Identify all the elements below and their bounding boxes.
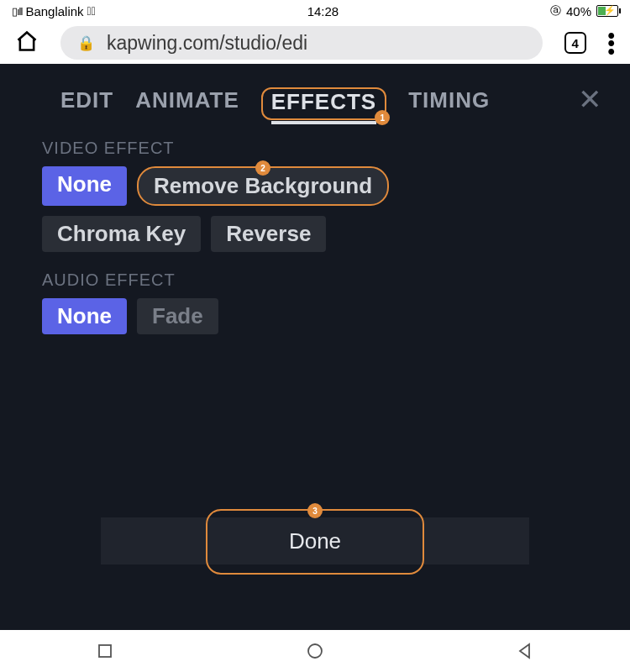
tab-effects[interactable]: EFFECTS: [271, 89, 376, 124]
url-text: kapwing.com/studio/edi: [107, 32, 307, 55]
video-effect-none[interactable]: None: [42, 166, 127, 206]
annotation-done: 3: [206, 509, 424, 575]
video-effect-remove-bg[interactable]: Remove Background 2: [137, 166, 389, 206]
tabs-button[interactable]: 4: [564, 32, 586, 54]
recents-icon[interactable]: [95, 641, 115, 661]
badge-2: 2: [255, 160, 270, 176]
audio-effect-label: AUDIO EFFECT: [0, 252, 630, 298]
audio-effect-fade[interactable]: Fade: [137, 298, 218, 334]
signal-icon: ▯ıll: [12, 5, 22, 18]
tab-count: 4: [571, 36, 578, 50]
close-icon[interactable]: ✕: [578, 82, 601, 116]
back-icon[interactable]: [515, 641, 535, 661]
tab-timing[interactable]: TIMING: [408, 87, 490, 120]
status-left: ▯ıll Banglalink ◉᷾: [12, 4, 96, 18]
video-effect-reverse[interactable]: Reverse: [211, 216, 326, 252]
video-effect-row: None Remove Background 2: [0, 166, 630, 206]
battery-icon: ⚡: [596, 5, 618, 17]
menu-icon[interactable]: •••: [608, 31, 615, 55]
annotation-effects: EFFECTS 1: [261, 87, 386, 120]
tab-animate[interactable]: ANIMATE: [135, 87, 239, 120]
home-nav-icon[interactable]: [305, 641, 325, 661]
video-effect-row-2: Chroma Key Reverse: [0, 216, 630, 252]
status-time: 14:28: [307, 4, 339, 18]
badge-3: 3: [307, 503, 323, 518]
app-content: EDIT ANIMATE EFFECTS 1 TIMING ✕ VIDEO EF…: [0, 64, 630, 630]
home-icon[interactable]: [15, 29, 39, 56]
notification-icon: ⓐ: [550, 3, 561, 18]
wifi-icon: ◉᷾: [87, 4, 96, 18]
status-right: ⓐ 40% ⚡: [550, 3, 618, 18]
status-bar: ▯ıll Banglalink ◉᷾ 14:28 ⓐ 40% ⚡: [0, 0, 630, 22]
remove-bg-label: Remove Background: [154, 173, 372, 198]
lock-icon: 🔒: [77, 34, 95, 52]
video-effect-chroma[interactable]: Chroma Key: [42, 216, 201, 252]
svg-point-1: [308, 644, 322, 658]
audio-effect-none[interactable]: None: [42, 298, 127, 334]
browser-bar: 🔒 kapwing.com/studio/edi 4 •••: [0, 22, 630, 64]
battery-percent: 40%: [566, 4, 591, 18]
audio-effect-row: None Fade: [0, 298, 630, 334]
video-effect-label: VIDEO EFFECT: [0, 120, 630, 166]
svg-rect-0: [99, 645, 111, 657]
tab-edit[interactable]: EDIT: [60, 87, 113, 120]
android-nav-bar: [0, 630, 630, 672]
tab-row: EDIT ANIMATE EFFECTS 1 TIMING ✕: [0, 87, 630, 120]
url-bar[interactable]: 🔒 kapwing.com/studio/edi: [60, 26, 543, 60]
carrier-label: Banglalink: [25, 4, 83, 18]
